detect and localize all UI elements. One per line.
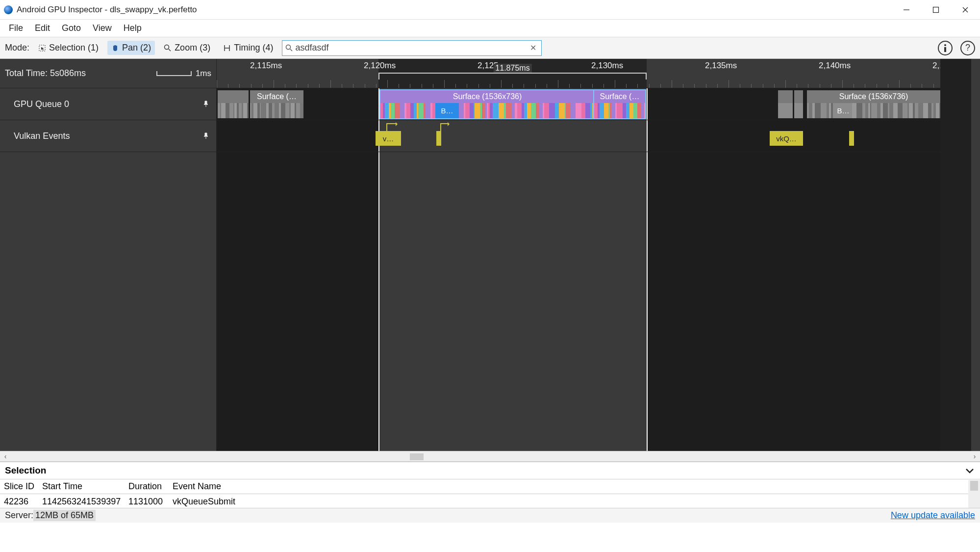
table-header-row: Slice ID Start Time Duration Event Name [0, 479, 980, 494]
scroll-thumb[interactable] [410, 453, 424, 460]
timeline-right-gutter [971, 59, 980, 451]
surface-block[interactable] [778, 90, 793, 118]
timeline-area: Total Time: 5s086ms 1ms GPU Queue 0 Vulk… [0, 59, 980, 451]
sub-block[interactable]: B… [834, 103, 852, 118]
clear-search-button[interactable]: ✕ [528, 43, 538, 53]
selection-panel-title: Selection [5, 465, 46, 476]
titlebar: Android GPU Inspector - dls_swappy_vk.pe… [0, 0, 980, 20]
svg-line-6 [169, 49, 171, 51]
surface-block[interactable]: Surface (1536x736) B… [807, 90, 940, 118]
selection-icon [38, 44, 46, 52]
tick-label: 2,130ms [591, 61, 623, 71]
scale-label: 1ms [196, 69, 211, 79]
tool-zoom[interactable]: Zoom (3) [160, 41, 214, 55]
selection-range-label: 11.875ms [493, 64, 531, 73]
timeline-left-column: Total Time: 5s086ms 1ms GPU Queue 0 Vulk… [0, 59, 217, 451]
surface-block-selected[interactable]: Surface (… [594, 90, 645, 118]
pin-icon[interactable] [202, 132, 209, 139]
menu-view[interactable]: View [88, 21, 117, 35]
search-box[interactable]: ✕ [282, 40, 542, 56]
minimize-button[interactable] [892, 0, 921, 20]
svg-line-11 [290, 49, 292, 51]
block-label: Surface (1536x736) [807, 90, 940, 103]
scroll-track[interactable] [11, 451, 969, 461]
tick-label: 2,120ms [364, 61, 396, 71]
total-time-label: Total Time: 5s086ms [5, 68, 86, 79]
zoom-icon [164, 44, 172, 52]
menu-goto[interactable]: Goto [57, 21, 86, 35]
event-link-icon [386, 123, 397, 131]
table-row[interactable]: 42236 1142563241539397 1131000 vkQueueSu… [0, 494, 980, 508]
event-link-icon [440, 123, 449, 131]
menu-edit[interactable]: Edit [30, 21, 55, 35]
menu-help[interactable]: Help [119, 21, 147, 35]
surface-block[interactable] [218, 90, 249, 118]
svg-point-5 [165, 45, 169, 49]
svg-point-12 [944, 44, 946, 46]
statusbar: Server: 12MB of 65MB New update availabl… [0, 508, 980, 523]
toolbar: Mode: Selection (1) Pan (2) Zoom (3) Tim… [0, 37, 980, 59]
ruler[interactable]: 2,115ms 2,120ms 2,125ms 2,130ms 2,135ms … [217, 59, 940, 88]
selection-panel: Selection Slice ID Start Time Duration E… [0, 462, 980, 508]
tick-label: 2,145ms [932, 61, 940, 71]
scale-bracket-icon [156, 71, 192, 76]
selection-table: Slice ID Start Time Duration Event Name … [0, 479, 980, 508]
track-header-gpu-queue[interactable]: GPU Queue 0 [0, 88, 216, 120]
maximize-button[interactable] [921, 0, 951, 20]
svg-rect-1 [933, 7, 939, 12]
timing-icon [223, 44, 231, 52]
col-event-name[interactable]: Event Name [169, 481, 980, 492]
help-button[interactable]: ? [960, 41, 975, 55]
svg-rect-13 [944, 47, 946, 52]
update-available-link[interactable]: New update available [891, 510, 975, 521]
track-vulkan-events[interactable]: v… vkQ… [217, 120, 940, 152]
menubar: File Edit Goto View Help [0, 20, 980, 37]
mode-label: Mode: [5, 43, 29, 53]
block-label: Surface (1536x736) [380, 90, 594, 103]
timeline-content[interactable]: 2,115ms 2,120ms 2,125ms 2,130ms 2,135ms … [217, 59, 940, 451]
horizontal-scrollbar[interactable]: ‹ › [0, 451, 980, 462]
col-duration[interactable]: Duration [125, 481, 169, 492]
vulkan-event-block[interactable]: v… [376, 131, 401, 146]
close-button[interactable] [951, 0, 980, 20]
track-header-vulkan-events[interactable]: Vulkan Events [0, 120, 216, 152]
hand-icon [111, 44, 119, 52]
window-title: Android GPU Inspector - dls_swappy_vk.pe… [17, 5, 892, 15]
menu-file[interactable]: File [4, 21, 28, 35]
col-slice-id[interactable]: Slice ID [0, 481, 38, 492]
track-gpu-queue[interactable]: Surface (… Surface (1536x736) B… Surface… [217, 88, 940, 120]
surface-block-selected[interactable]: Surface (1536x736) B… [380, 90, 594, 118]
block-label: Surface (… [594, 90, 645, 103]
tool-timing[interactable]: Timing (4) [219, 41, 277, 55]
tool-selection[interactable]: Selection (1) [34, 41, 102, 55]
scale-indicator: 1ms [156, 69, 211, 79]
tool-pan[interactable]: Pan (2) [107, 41, 155, 55]
ruler-left: Total Time: 5s086ms 1ms [0, 59, 216, 88]
surface-block[interactable]: Surface (… [250, 90, 303, 118]
tool-zoom-label: Zoom (3) [175, 43, 210, 53]
track-label: Vulkan Events [14, 131, 70, 141]
scroll-right-arrow[interactable]: › [969, 452, 980, 460]
vulkan-event-block[interactable] [849, 131, 854, 146]
chevron-down-icon[interactable] [964, 465, 975, 476]
search-input[interactable] [295, 43, 528, 53]
surface-block[interactable] [794, 90, 803, 118]
tool-pan-label: Pan (2) [122, 43, 151, 53]
vulkan-event-block[interactable]: vkQ… [770, 131, 803, 146]
search-icon [285, 44, 293, 52]
col-start-time[interactable]: Start Time [38, 481, 125, 492]
track-label: GPU Queue 0 [14, 99, 69, 109]
sub-block[interactable]: B… [435, 103, 459, 118]
svg-point-10 [286, 45, 291, 49]
scroll-left-arrow[interactable]: ‹ [0, 452, 11, 460]
tool-selection-label: Selection (1) [49, 43, 99, 53]
vertical-scrollbar[interactable] [968, 480, 980, 508]
block-label [218, 90, 249, 103]
block-label: Surface (… [250, 90, 303, 103]
pin-icon[interactable] [202, 101, 209, 107]
info-button[interactable] [938, 41, 953, 55]
server-label: Server: [5, 510, 33, 521]
tick-label: 2,115ms [250, 61, 282, 71]
vulkan-event-block[interactable] [436, 131, 441, 146]
scroll-thumb[interactable] [970, 481, 978, 491]
